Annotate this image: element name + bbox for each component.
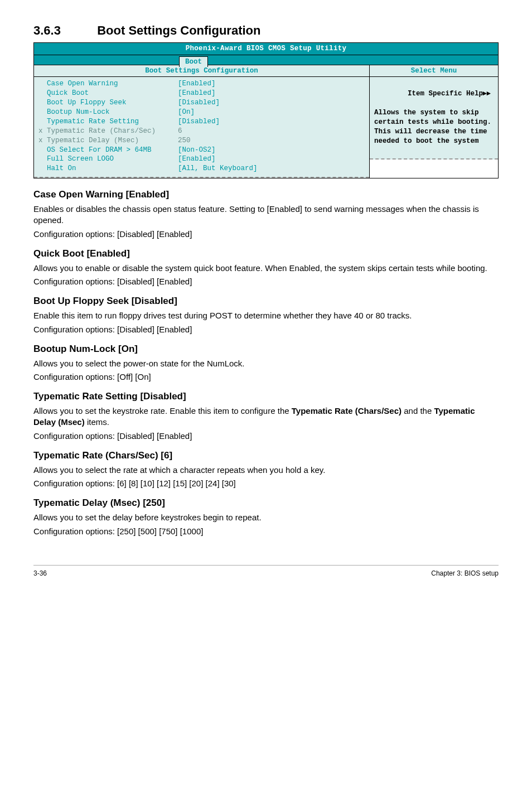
bios-setting-value: [Enabled] [178,79,216,89]
body-text: Configuration options: [Disabled] [Enabl… [33,431,499,442]
body-text: Allows you to enable or disable the syst… [33,263,499,274]
bios-setting-row: OS Select For DRAM > 64MB[Non-OS2] [38,146,365,155]
bios-setting-label: OS Select For DRAM > 64MB [38,146,178,155]
bios-screenshot: Phoenix-Award BIOS CMOS Setup Utility Bo… [33,42,499,179]
page-footer: 3-36 Chapter 3: BIOS setup [33,565,499,578]
body-text: Configuration options: [Disabled] [Enabl… [33,229,499,240]
bios-setting-label: x Typematic Delay (Msec) [38,136,178,146]
body-text: Allows you to set the delay before keyst… [33,512,499,523]
bios-setting-label: Case Open Warning [38,79,178,89]
bios-setting-value: [On] [178,108,195,117]
bios-setting-row: Full Screen LOGO[Enabled] [38,154,365,164]
body-text: Allows you to set the keystroke rate. En… [33,405,499,428]
bios-setting-row: Halt On[All, But Keyboard] [38,164,365,173]
subsection-heading: Typematic Rate Setting [Disabled] [33,390,499,403]
body-text: Configuration options: [Disabled] [Enabl… [33,324,499,335]
bios-tab-boot: Boot [179,56,208,67]
subsection-heading: Quick Boot [Enabled] [33,248,499,260]
body-text: Allows you to select the rate at which a… [33,465,499,476]
bios-setting-label: Boot Up Floppy Seek [38,98,178,108]
subsection: Bootup Num-Lock [On]Allows you to select… [33,343,499,383]
bios-setting-label: x Typematic Rate (Chars/Sec) [38,127,178,136]
subsection: Case Open Warning [Enabled]Enables or di… [33,189,499,240]
bios-help-body: Allows the system to skip certain tests … [374,109,496,145]
bios-setting-value: 6 [178,127,182,136]
bios-setting-row: Boot Up Floppy Seek[Disabled] [38,98,365,108]
bios-setting-value: [All, But Keyboard] [178,164,258,173]
body-text: Configuration options: [Off] [On] [33,371,499,383]
body-text: Enables or disables the chassis open sta… [33,204,499,226]
section-heading: 3.6.3 Boot Settings Configuration [33,22,499,39]
bios-setting-value: [Enabled] [178,89,216,98]
subsection: Typematic Rate Setting [Disabled]Allows … [33,390,499,442]
body-text: Allows you to select the power-on state … [33,358,499,369]
bios-setting-row: x Typematic Delay (Msec)250 [38,136,365,146]
bios-setting-value: [Non-OS2] [178,146,216,155]
page-number: 3-36 [33,569,47,578]
subsection: Typematic Rate (Chars/Sec) [6]Allows you… [33,450,499,489]
body-text: Configuration options: [6] [8] [10] [12]… [33,478,499,489]
bios-setting-value: [Disabled] [178,117,220,127]
bios-setting-value: [Enabled] [178,154,216,164]
body-text: Enable this item to run floppy drives te… [33,310,499,321]
subsection-heading: Typematic Rate (Chars/Sec) [6] [33,450,499,462]
section-title: Boot Settings Configuration [97,23,260,37]
bios-setting-row: Quick Boot[Enabled] [38,89,365,98]
bios-help-panel: Item Specific Help▸▸ Allows the system t… [370,77,498,160]
bios-setting-row: Typematic Rate Setting[Disabled] [38,117,365,127]
bios-tab-row: Boot [34,55,498,65]
bios-setting-label: Halt On [38,164,178,173]
bios-setting-row: Bootup Num-Lock[On] [38,108,365,117]
body-text: Configuration options: [Disabled] [Enabl… [33,276,499,287]
bios-right-header: Select Menu [370,65,498,78]
bios-setting-value: 250 [178,136,191,146]
bios-setting-value: [Disabled] [178,98,220,108]
bios-help-title: Item Specific Help [408,90,483,98]
subsection-heading: Boot Up Floppy Seek [Disabled] [33,295,499,308]
subsection: Typematic Delay (Msec) [250]Allows you t… [33,497,499,537]
bios-setting-row: Case Open Warning[Enabled] [38,79,365,89]
section-number: 3.6.3 [33,22,95,39]
subsection-heading: Bootup Num-Lock [On] [33,343,499,356]
subsection-heading: Typematic Delay (Msec) [250] [33,497,499,510]
subsection: Quick Boot [Enabled]Allows you to enable… [33,248,499,287]
bios-settings-list: Case Open Warning[Enabled] Quick Boot[En… [34,77,369,178]
bios-title-bar: Phoenix-Award BIOS CMOS Setup Utility [34,43,498,55]
bios-setting-label: Typematic Rate Setting [38,117,178,127]
bios-setting-label: Full Screen LOGO [38,154,178,164]
bios-setting-row: x Typematic Rate (Chars/Sec)6 [38,127,365,136]
bios-setting-label: Quick Boot [38,89,178,98]
subsection: Boot Up Floppy Seek [Disabled]Enable thi… [33,295,499,335]
help-arrows-icon: ▸▸ [483,89,491,97]
subsection-heading: Case Open Warning [Enabled] [33,189,499,201]
body-text: Configuration options: [250] [500] [750]… [33,526,499,537]
chapter-label: Chapter 3: BIOS setup [431,569,499,578]
bios-setting-label: Bootup Num-Lock [38,108,178,117]
